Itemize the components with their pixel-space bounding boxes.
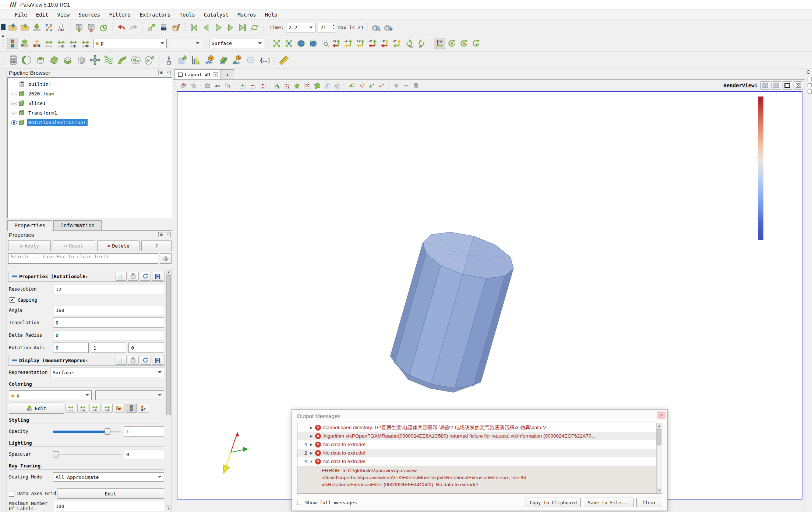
- add-selection-icon[interactable]: [238, 81, 247, 90]
- reset-camera-closest-icon[interactable]: [308, 38, 319, 49]
- rotation-axis-y-input[interactable]: 1: [91, 343, 127, 353]
- zoom-to-box-render-icon[interactable]: [223, 81, 232, 90]
- menu-extractors[interactable]: Extractors: [136, 11, 174, 19]
- save-to-file-button[interactable]: Save to File...: [584, 498, 633, 507]
- toolbar-grip[interactable]: [3, 39, 6, 48]
- rescale-temporal-range-button[interactable]: t: [89, 404, 100, 413]
- expand-arrow-icon[interactable]: ▶: [308, 426, 314, 429]
- toolbar-grip[interactable]: [142, 23, 145, 32]
- glyph-icon[interactable]: [89, 54, 101, 66]
- section-display-header[interactable]: Display (GeometryRepres‹: [8, 355, 165, 366]
- close-layout-icon[interactable]: ✕: [213, 72, 218, 77]
- toolbar-grip[interactable]: [269, 82, 272, 89]
- collapse-icon[interactable]: [12, 276, 17, 277]
- collapse-arrow-icon[interactable]: ▼: [308, 460, 314, 463]
- open-icon[interactable]: [7, 22, 18, 33]
- connect-server-icon[interactable]: [74, 22, 85, 33]
- visibility-closed-eye-icon[interactable]: [10, 101, 18, 106]
- extract-subset-icon[interactable]: [75, 54, 88, 66]
- axis-minus-x-icon[interactable]: -X: [343, 38, 354, 49]
- auto-apply-icon[interactable]: [158, 22, 169, 33]
- axis-plus-y-icon[interactable]: +Y: [355, 38, 366, 49]
- save-display-button[interactable]: [152, 356, 163, 365]
- toolbar-grip[interactable]: [367, 23, 369, 32]
- rescale-custom-range-button[interactable]: c: [77, 404, 88, 413]
- plot-over-line-icon[interactable]: [217, 54, 230, 66]
- shrink-selection-icon[interactable]: [402, 81, 410, 90]
- expand-arrow-icon[interactable]: ▶: [308, 434, 314, 438]
- adjust-camera-3-icon[interactable]: [470, 38, 481, 49]
- message-row[interactable]: ▶ ✕ Algorithm vtkPOpenFOAMReader(0000024…: [297, 432, 662, 440]
- ruler-icon[interactable]: [278, 54, 290, 66]
- reset-session-icon[interactable]: [98, 22, 109, 33]
- message-row[interactable]: 4▶ ✕ No data to extrude!: [297, 440, 662, 449]
- specular-slider[interactable]: [53, 450, 121, 458]
- show-colorbar-button[interactable]: [126, 404, 137, 413]
- edit-colormap-icon[interactable]: [19, 38, 30, 49]
- hover-cells-icon[interactable]: ?: [367, 81, 376, 90]
- select-cells-through-icon[interactable]: [293, 81, 301, 90]
- dialog-close-icon[interactable]: ✕: [657, 411, 666, 419]
- rotate-90-ccw-icon[interactable]: -90: [416, 38, 427, 49]
- layout-tab[interactable]: Layout #1 ✕: [174, 69, 221, 79]
- menu-macros[interactable]: Macros: [234, 11, 260, 19]
- scroll-down-icon[interactable]: ▼: [166, 505, 171, 511]
- scaling-mode-select[interactable]: All Approximate: [53, 472, 164, 482]
- zoom-to-data-icon[interactable]: [296, 38, 307, 49]
- capping-checkbox[interactable]: ✓: [10, 297, 15, 303]
- contour-icon[interactable]: [21, 54, 33, 66]
- interactive-select-points-icon[interactable]: [357, 81, 366, 90]
- close-view-button[interactable]: [794, 81, 803, 90]
- time-value-combo[interactable]: 2.2: [286, 23, 315, 32]
- toolbar-grip[interactable]: [388, 82, 391, 89]
- scroll-up-icon[interactable]: ▲: [1, 34, 5, 38]
- toggle-selection-icon[interactable]: [258, 81, 267, 90]
- stream-tracer-icon[interactable]: [102, 54, 115, 66]
- extract-time-steps-icon[interactable]: [244, 54, 257, 66]
- toolbar-grip[interactable]: [112, 23, 114, 32]
- undo-icon[interactable]: [116, 22, 127, 33]
- vcr-next-icon[interactable]: [225, 22, 236, 33]
- subtract-selection-icon[interactable]: [248, 81, 257, 90]
- representation-select[interactable]: Surface: [50, 368, 164, 377]
- axis-minus-z-icon[interactable]: -Z: [392, 38, 403, 49]
- message-row[interactable]: 2▶ ✕ No data to extrude!: [297, 449, 662, 457]
- hover-points-icon[interactable]: ?: [377, 81, 386, 90]
- toolbar-grip[interactable]: [273, 55, 276, 65]
- toolbar-grip[interactable]: [200, 82, 202, 89]
- vcr-last-icon[interactable]: [237, 22, 248, 33]
- select-points-polygon-icon[interactable]: [322, 81, 331, 90]
- select-block-icon[interactable]: [332, 81, 341, 90]
- copy-display-button[interactable]: [116, 356, 127, 365]
- paste-display-button[interactable]: [128, 356, 139, 365]
- reset-camera-icon[interactable]: [271, 38, 282, 49]
- toolbar-grip[interactable]: [263, 23, 266, 32]
- capture-screenshot-icon[interactable]: [204, 81, 212, 90]
- menu-filters[interactable]: Filters: [105, 11, 134, 19]
- float-panel-icon[interactable]: ▣: [158, 70, 164, 75]
- clear-button[interactable]: Clear: [636, 498, 662, 507]
- representation-combo[interactable]: Surface: [209, 39, 264, 48]
- choose-preset-icon[interactable]: [31, 38, 42, 49]
- camera-add-icon[interactable]: [383, 22, 394, 33]
- vcr-first-icon[interactable]: [188, 22, 200, 33]
- tab-information[interactable]: Information: [53, 220, 102, 230]
- coloring-component-select[interactable]: [95, 390, 164, 400]
- menu-file[interactable]: File: [11, 11, 31, 19]
- specular-input[interactable]: 0: [124, 449, 164, 459]
- section-properties-header[interactable]: Properties (RotationalE:: [8, 271, 165, 282]
- clip-icon[interactable]: [34, 54, 47, 66]
- rotation-axis-z-input[interactable]: 0: [128, 343, 164, 353]
- rescale-visible-range-icon[interactable]: [80, 38, 91, 49]
- close-panel-icon[interactable]: ✕: [165, 232, 171, 237]
- scrollbar-thumb[interactable]: [657, 429, 661, 445]
- fullscreen-icon[interactable]: [43, 22, 54, 33]
- message-row[interactable]: 4▼ ✕ No data to extrude!: [297, 457, 662, 466]
- pipeline-item-slice1[interactable]: Slice1: [8, 98, 172, 108]
- vcr-prev-icon[interactable]: [201, 22, 212, 33]
- dock-handle[interactable]: [1, 24, 6, 30]
- output-messages-dialog[interactable]: Output Messages ✕ ▶ ✕ Cannot open direct…: [292, 409, 668, 511]
- spinner-arrows-icon[interactable]: ▲▼: [333, 24, 334, 30]
- tab-properties[interactable]: Properties: [7, 220, 52, 231]
- save-state-icon[interactable]: [19, 22, 30, 33]
